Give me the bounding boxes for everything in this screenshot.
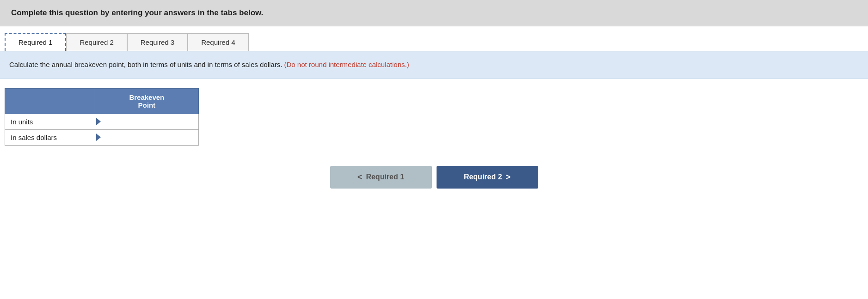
nav-buttons: < Required 1 Required 2 > <box>0 155 868 198</box>
answer-input-sales[interactable] <box>101 130 198 145</box>
row-label-units: In units <box>5 114 95 129</box>
table-area: Breakeven Point In units <box>0 79 868 155</box>
instruction-warning: (Do not round intermediate calculations.… <box>282 61 409 68</box>
tab-required2[interactable]: Required 2 <box>66 33 127 51</box>
prev-button[interactable]: < Required 1 <box>330 166 432 189</box>
tab-required3[interactable]: Required 3 <box>127 33 188 51</box>
instruction-main: Calculate the annual breakeven point, bo… <box>9 61 282 68</box>
tab-area: Required 1 Required 2 Required 3 Require… <box>0 26 868 51</box>
triangle-marker-units <box>96 118 101 125</box>
prev-label: Required 1 <box>366 173 404 181</box>
next-arrow: > <box>506 172 511 182</box>
table-row: In units <box>5 114 199 129</box>
col-header-breakeven: Breakeven Point <box>95 88 198 114</box>
table-row: In sales dollars <box>5 129 199 145</box>
prev-arrow: < <box>357 172 363 182</box>
next-label: Required 2 <box>464 173 502 181</box>
header-banner: Complete this question by entering your … <box>0 0 868 26</box>
header-instruction: Complete this question by entering your … <box>11 8 263 17</box>
instruction-area: Calculate the annual breakeven point, bo… <box>0 51 868 79</box>
tab-required1[interactable]: Required 1 <box>5 33 66 51</box>
page-container: Complete this question by entering your … <box>0 0 868 299</box>
triangle-marker-sales <box>96 134 101 141</box>
breakeven-table: Breakeven Point In units <box>5 88 199 146</box>
input-cell-sales <box>95 129 198 145</box>
next-button[interactable]: Required 2 > <box>437 166 538 189</box>
col-header-empty <box>5 88 95 114</box>
input-cell-units <box>95 114 198 129</box>
answer-input-units[interactable] <box>101 114 198 129</box>
row-label-sales: In sales dollars <box>5 129 95 145</box>
tab-required4[interactable]: Required 4 <box>188 33 248 51</box>
